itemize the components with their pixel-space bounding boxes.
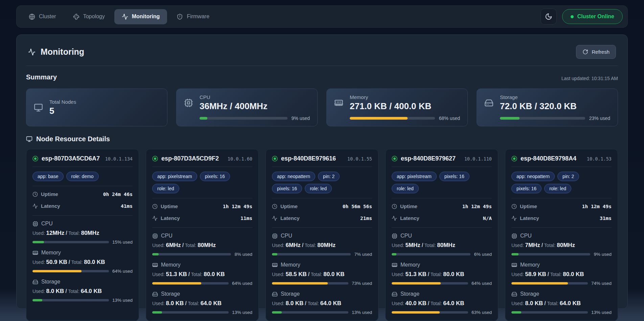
memory-icon <box>511 262 517 268</box>
resource-section: CPU Used: 6MHz / Total: 80MHz 8% used <box>152 233 252 257</box>
summary-progress: 9% used <box>200 116 310 121</box>
resource-usage-line: Used: 51.3 KB / Total: 80.0 KB <box>392 271 492 278</box>
total-label: Total: <box>550 272 561 277</box>
cpu-icon <box>272 233 278 239</box>
resource-label: Memory <box>152 262 252 268</box>
progress-track <box>152 311 229 314</box>
node-tags: app: pixelstreampixels: 16role: led <box>392 167 492 198</box>
nav-tab-monitoring[interactable]: Monitoring <box>114 9 167 24</box>
theme-toggle-button[interactable] <box>540 8 557 25</box>
uptime-row: Uptime 1h 12m 49s <box>392 200 492 212</box>
progress-track <box>272 253 351 255</box>
uptime-value: 1h 12m 49s <box>462 204 492 209</box>
used-label: Used: <box>272 272 284 277</box>
node-online-dot-icon <box>32 156 38 162</box>
used-label: Used: <box>272 243 284 248</box>
memory-icon <box>272 262 278 268</box>
harddrive-icon <box>511 291 517 297</box>
nav-tab-topology[interactable]: Topology <box>66 9 112 24</box>
latency-value: 21ms <box>360 216 372 221</box>
uptime-value: 0h 24m 46s <box>103 192 133 197</box>
used-value: 8.0 KB <box>166 300 184 306</box>
node-tags: app: neopatternpin: 2pixels: 16role: led <box>511 167 612 198</box>
summary-card-value: 72.0 KB / 320.0 KB <box>500 101 610 112</box>
memory-icon <box>152 262 158 268</box>
nodes-heading-text: Node Resource Details <box>36 135 110 143</box>
node-tag: pixels: 16 <box>511 184 542 193</box>
node-ip: 10.0.1.55 <box>347 156 372 162</box>
cpu-icon <box>152 233 158 239</box>
nav-tab-cluster[interactable]: Cluster <box>21 9 64 24</box>
latency-row: Latency 11ms <box>152 212 252 224</box>
resource-label: CPU <box>32 221 133 227</box>
resource-usage-line: Used: 50.9 KB / Total: 80.0 KB <box>32 259 133 266</box>
nav-tab-firmware[interactable]: Firmware <box>169 9 217 24</box>
resource-label: CPU <box>392 233 492 239</box>
top-nav: ClusterTopologyMonitoringFirmware Cluste… <box>16 5 628 28</box>
progress-fill <box>152 282 201 285</box>
last-updated: Last updated: 10:31:15 AM <box>561 76 618 81</box>
globe-icon <box>29 14 35 20</box>
total-value: 80MHz <box>437 242 455 248</box>
node-tags: app: pixelstreampixels: 16role: led <box>152 167 252 198</box>
node-tag: pixels: 16 <box>200 172 230 181</box>
refresh-button[interactable]: Refresh <box>576 45 616 59</box>
total-label: Total: <box>71 260 83 265</box>
node-tag: app: neopattern <box>272 172 315 181</box>
node-tag: pin: 2 <box>318 172 340 181</box>
total-label: Total: <box>305 243 316 248</box>
latency-label: Latency <box>392 215 419 221</box>
used-label: Used: <box>511 272 524 277</box>
monitor-icon <box>26 136 32 142</box>
used-label: Used: <box>272 301 284 306</box>
percent-used-label: 8% used <box>234 252 252 257</box>
resource-label: Storage <box>392 291 492 297</box>
uptime-value: 0h 56m 56s <box>343 204 372 209</box>
nav-tab-label: Topology <box>83 14 105 20</box>
node-tag: app: neopattern <box>511 172 555 181</box>
resource-section: Memory Used: 51.3 KB / Total: 80.0 KB 64… <box>152 262 252 286</box>
node-card-header: esp-807D3A5CD9F2 10.0.1.60 <box>152 155 252 167</box>
progress-fill <box>272 311 282 314</box>
percent-used-label: 15% used <box>112 240 133 245</box>
summary-progress: 23% used <box>500 116 610 121</box>
node-name: esp-840D8E979627 <box>401 155 456 162</box>
resource-progress: 64% used <box>32 269 133 274</box>
resource-section: Memory Used: 58.9 KB / Total: 80.0 KB 74… <box>511 262 612 286</box>
progress-fill <box>511 253 519 255</box>
total-value: 64.0 KB <box>81 288 102 294</box>
harddrive-icon <box>32 279 38 285</box>
harddrive-icon <box>392 291 397 297</box>
progress-fill <box>152 311 162 314</box>
total-value: 80.0 KB <box>84 259 105 265</box>
used-label: Used: <box>392 301 404 306</box>
clock-icon <box>272 204 277 209</box>
resource-section: Memory Used: 51.3 KB / Total: 80.0 KB 64… <box>392 262 492 286</box>
total-value: 80MHz <box>198 242 216 248</box>
summary-card-label: CPU <box>200 94 310 100</box>
progress-track <box>511 311 588 314</box>
node-ip: 10.0.1.134 <box>105 156 133 162</box>
resource-progress: 13% used <box>272 310 372 315</box>
latency-value: 11ms <box>240 216 252 221</box>
node-stats: Uptime 1h 12m 49s Latency N/A <box>392 198 492 228</box>
uptime-row: Uptime 0h 24m 46s <box>32 188 133 200</box>
used-value: 51.3 KB <box>166 271 187 277</box>
used-value: 58.9 KB <box>525 271 546 277</box>
node-stats: Uptime 0h 24m 46s Latency 41ms <box>32 186 133 216</box>
node-tag: role: led <box>392 184 419 193</box>
resource-usage-line: Used: 8.0 KB / Total: 64.0 KB <box>152 300 252 307</box>
progress-track <box>200 117 288 120</box>
node-online-dot-icon <box>392 156 397 162</box>
used-value: 8.0 KB <box>46 288 64 294</box>
resource-progress: 9% used <box>511 252 612 257</box>
summary-card: Total Nodes 5 <box>26 89 167 126</box>
node-name: esp-807D3A5CD6A7 <box>42 155 100 162</box>
node-card: esp-807D3A5CD9F2 10.0.1.60 app: pixelstr… <box>146 149 259 321</box>
activity-icon <box>28 48 36 56</box>
harddrive-icon <box>152 291 158 297</box>
total-value: 80.0 KB <box>443 271 464 277</box>
latency-row: Latency N/A <box>392 212 492 224</box>
resource-usage-line: Used: 51.3 KB / Total: 80.0 KB <box>152 271 252 278</box>
clock-icon <box>32 192 38 197</box>
